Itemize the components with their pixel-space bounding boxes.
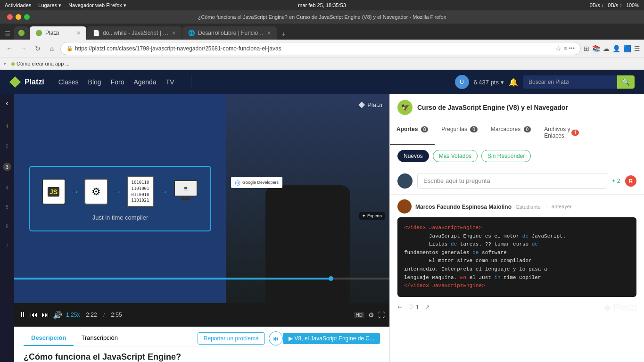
platzi-watermark-comment: ◆ Platzi	[604, 302, 636, 313]
next-lesson-btn[interactable]: ▶ V8, el JavaScript Engine de C...	[283, 333, 380, 344]
code-line-3: fundamentos generales	[404, 250, 472, 255]
video-area: JS → ⚙ → 1010110	[14, 94, 389, 303]
window-controls[interactable]	[7, 14, 30, 20]
minimize-window-btn[interactable]	[16, 14, 21, 20]
back-btn[interactable]: ←	[4, 43, 15, 54]
search-input-box[interactable]: Buscar en Platzi	[523, 75, 617, 89]
tab-js[interactable]: 📄 do...while - JavaScript | M... ✕	[87, 26, 182, 40]
new-tab-btn[interactable]: +	[278, 28, 289, 40]
close-window-btn[interactable]	[7, 14, 13, 20]
filter-votos-btn[interactable]: Más Votados	[433, 150, 478, 162]
q-input[interactable]: Escribe aquí tu pregunta	[417, 173, 607, 189]
reload-btn[interactable]: ↻	[32, 43, 43, 54]
lesson-num-6[interactable]: 6	[6, 224, 8, 229]
tab-dev-close[interactable]: ✕	[267, 30, 271, 36]
search-container: Buscar en Platzi 🔍	[523, 75, 635, 89]
tab-descripcion[interactable]: Descripción	[24, 330, 74, 346]
tab-preguntas-badge: 0	[470, 126, 478, 132]
lesson-num-1[interactable]: 1	[6, 124, 8, 129]
sidebar-toggle-btn[interactable]: ‹	[6, 99, 8, 107]
containers-icon[interactable]: ⊞	[584, 45, 589, 52]
binary-line-2: 1101001	[132, 186, 149, 192]
like-btn[interactable]: ♡ 1	[408, 304, 419, 311]
code-kw-de3: de	[532, 241, 538, 247]
places-menu[interactable]: Lugares ▾	[38, 2, 61, 8]
account-icon[interactable]: 👤	[612, 45, 620, 52]
js-file-icon: JS	[42, 179, 66, 205]
tab-archivos[interactable]: Archivos yEnlaces 1	[537, 121, 586, 145]
lesson-num-2[interactable]: 2	[6, 143, 8, 148]
more-icon[interactable]: •••	[569, 45, 575, 52]
nav-clases[interactable]: Clases	[58, 78, 79, 86]
play-pause-btn[interactable]: ⏸	[19, 311, 26, 319]
pts-dropdown-icon[interactable]: ▾	[501, 79, 504, 86]
platzi-video-watermark: Platzi	[358, 101, 382, 108]
prev-lesson-btn[interactable]: ⏮	[269, 331, 283, 346]
time-separator: /	[103, 312, 105, 319]
tab-0[interactable]: 🟢	[14, 26, 29, 40]
tab-js-label: do...while - JavaScript | M...	[103, 30, 169, 36]
bookmark-star-icon[interactable]: ☆	[555, 45, 561, 52]
nav-tv[interactable]: TV	[166, 78, 174, 86]
q-plus-badge: + 2	[612, 177, 620, 184]
report-problem-btn[interactable]: Reportar un problema	[198, 332, 265, 345]
filter-sinresponder-btn[interactable]: Sin Responder	[481, 150, 531, 162]
platzi-logo[interactable]: Platzi	[9, 76, 44, 88]
address-input[interactable]: 🔒 https://platzi.com/clases/1798-javascr…	[60, 42, 581, 55]
progress-thumb[interactable]	[329, 276, 333, 281]
back-history-icon[interactable]: ☰	[5, 30, 11, 38]
lesson-num-7[interactable]: 7	[6, 243, 8, 248]
share-btn[interactable]: ↗	[425, 304, 430, 311]
maximize-window-btn[interactable]	[24, 14, 30, 20]
slide-content: JS → ⚙ → 1010110	[29, 166, 212, 231]
bookmark-item-app[interactable]: ◆ Cómo crear una app ...	[8, 59, 72, 68]
comment-item-0: Marcos Facundo Espinosa Maiolino · Estud…	[390, 195, 644, 318]
code-line-4: El motor sirve como un compilador	[404, 258, 532, 263]
volume-btn[interactable]: 🔊	[53, 311, 62, 320]
container-icon[interactable]: 🟦	[623, 45, 631, 52]
settings-icon[interactable]: ⚙	[368, 311, 374, 319]
q-placeholder: Escribe aquí tu pregunta	[423, 177, 490, 184]
google-devs-badge: ◎ Google Developers	[231, 177, 282, 188]
tab-dev[interactable]: 🌐 DesarrolloLibre | Funciones... ✕	[182, 26, 277, 40]
search-btn[interactable]: 🔍	[617, 75, 635, 89]
lesson-num-4[interactable]: 4	[6, 185, 8, 190]
library-icon[interactable]: 📚	[592, 45, 600, 52]
tab-platzi-close[interactable]: ✕	[76, 30, 81, 36]
progress-bar-container[interactable]	[14, 278, 389, 280]
tab-archivos-badge: 1	[571, 130, 579, 136]
fullscreen-icon[interactable]: ⛶	[378, 311, 385, 319]
tab-transcripcion[interactable]: Transcripción	[74, 330, 125, 346]
platzi-favicon-small: ◆	[11, 60, 15, 67]
browser-menu[interactable]: Navegador web Firefox ▾	[68, 2, 126, 8]
sync-icon[interactable]: ☁	[603, 45, 610, 52]
home-btn[interactable]: ⌂	[46, 43, 58, 54]
watermark-text: Platzi	[367, 101, 382, 108]
nav-agenda[interactable]: Agenda	[133, 78, 156, 86]
tab-aportes[interactable]: Aportes 8	[390, 121, 435, 145]
filter-nuevos-btn[interactable]: Nuevos	[397, 150, 429, 162]
nav-blog[interactable]: Blog	[88, 78, 101, 86]
activities-menu[interactable]: Actividades	[5, 2, 31, 8]
playback-speed[interactable]: 1.25x	[66, 312, 80, 318]
tab-marcadores[interactable]: Marcadores 0	[484, 121, 537, 145]
nav-foro[interactable]: Foro	[111, 78, 124, 86]
comments-scroll[interactable]: Marcos Facundo Espinosa Maiolino · Estud…	[390, 195, 644, 362]
reply-btn[interactable]: ↩	[397, 304, 403, 311]
menu-icon[interactable]: ☰	[634, 45, 640, 52]
lesson-num-3[interactable]: 3	[3, 163, 11, 171]
lesson-num-5[interactable]: 5	[6, 205, 8, 210]
forward-btn[interactable]: ⏭	[41, 311, 49, 319]
presenter-bg: Platzi ◎ Google Developers	[226, 94, 389, 303]
tab-dev-label: DesarrolloLibre | Funciones...	[198, 30, 264, 36]
reader-icon[interactable]: ≡	[563, 45, 567, 52]
tab-preguntas[interactable]: Preguntas 0	[435, 121, 484, 145]
bookmark-arrow-icon[interactable]: ▸	[4, 60, 7, 66]
user-avatar[interactable]: U	[455, 75, 469, 89]
main-layout: ‹ 1 2 3 4 5 6 7	[0, 94, 644, 362]
tab-js-close[interactable]: ✕	[172, 30, 176, 36]
bell-icon[interactable]: 🔔	[509, 78, 518, 87]
tab-platzi[interactable]: 🟢 Platzi ✕	[30, 26, 86, 40]
rewind-btn[interactable]: ⏮	[30, 311, 38, 319]
code-kw-de2: de	[451, 241, 457, 247]
